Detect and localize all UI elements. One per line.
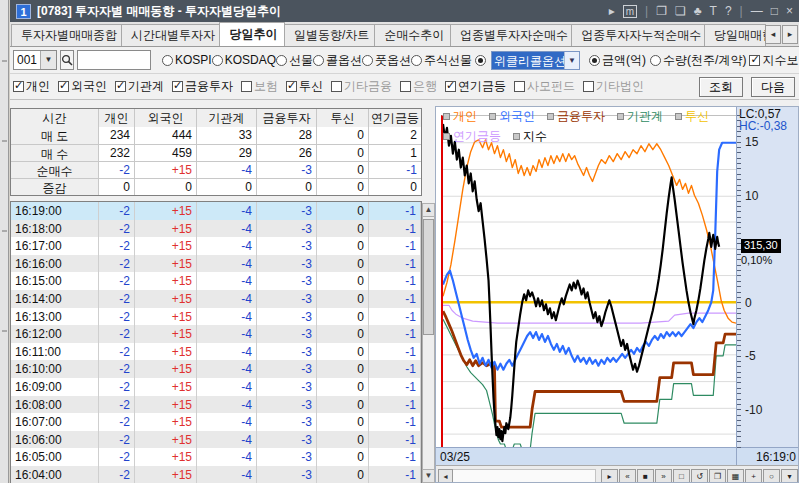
help-icon[interactable]: ? xyxy=(725,4,732,18)
legend-item-투신[interactable]: 투신 xyxy=(675,108,709,125)
tab-업종별투자자순매수[interactable]: 업종별투자자순매수 xyxy=(450,24,572,46)
unit-radio-group: 금액(억)수량(천주/계약) xyxy=(585,52,746,69)
table-row[interactable]: 16:16:00-2+15-4-30-1 xyxy=(11,255,421,273)
tab-당일매매현황[interactable]: 당일매매현황 xyxy=(704,24,766,46)
table-row[interactable]: 16:07:00-2+15-4-30-1 xyxy=(11,413,421,431)
table-row[interactable]: 16:13:00-2+15-4-30-1 xyxy=(11,308,421,326)
chart-tool-button-7[interactable]: ▦ xyxy=(727,469,744,482)
market-radio-주식선물[interactable]: 주식선물 xyxy=(411,52,472,69)
tab-scroll-left-icon[interactable]: ◂ xyxy=(765,25,781,44)
chart-tool-button-0[interactable]: ▸ xyxy=(601,469,618,482)
combo-dropdown-icon[interactable]: ▼ xyxy=(40,51,56,69)
chart-tool-button-6[interactable]: ❐ xyxy=(709,469,726,482)
table-row[interactable]: 16:04:00-2+15-4-30-1 xyxy=(11,466,421,483)
hscroll-left-icon[interactable]: ◂ xyxy=(438,469,453,482)
legend-label: 기관계 xyxy=(627,108,663,125)
value-cell: 0 xyxy=(317,413,369,431)
legend-item-개인[interactable]: 개인 xyxy=(443,108,477,125)
scroll-up-icon[interactable]: ▲ xyxy=(423,204,434,217)
value-cell: 0 xyxy=(317,360,369,378)
hscroll-track[interactable] xyxy=(453,469,596,482)
table-row[interactable]: 16:14:00-2+15-4-30-1 xyxy=(11,290,421,308)
tab-투자자별매매종합[interactable]: 투자자별매매종합 xyxy=(11,24,122,46)
investor-checkbox-기관계[interactable]: 기관계 xyxy=(115,78,164,95)
chart-tool-button-9[interactable]: ○ xyxy=(763,469,780,482)
summary-value: 0 xyxy=(257,179,317,195)
show-index-checkbox[interactable]: 지수보이기 xyxy=(749,52,799,69)
value-cell: +15 xyxy=(135,343,197,361)
table-row[interactable]: 16:09:00-2+15-4-30-1 xyxy=(11,378,421,396)
chart-tool-button-4[interactable]: □ xyxy=(673,469,690,482)
chart-tool-button-8[interactable]: + xyxy=(745,469,762,482)
table-vertical-scrollbar[interactable]: ▲ ▼ xyxy=(422,203,435,483)
market-radio-풋옵션[interactable]: 풋옵션 xyxy=(362,52,411,69)
market-radio-선물[interactable]: 선물 xyxy=(276,52,313,69)
investor-checkbox-기타금융[interactable]: 기타금융 xyxy=(331,78,392,95)
code-search-button[interactable] xyxy=(60,50,74,70)
chart-tool-button-2[interactable]: ■ xyxy=(637,469,654,482)
table-row[interactable]: 16:18:00-2+15-4-30-1 xyxy=(11,220,421,238)
investor-checkbox-은행[interactable]: 은행 xyxy=(400,78,437,95)
close-icon[interactable]: × xyxy=(786,4,793,18)
investor-checkbox-금융투자[interactable]: 금융투자 xyxy=(172,78,233,95)
unit-radio-금액(억)[interactable]: 금액(억) xyxy=(589,52,646,69)
investor-checkbox-기타법인[interactable]: 기타법인 xyxy=(583,78,644,95)
query-button[interactable]: 조회 xyxy=(699,77,743,97)
chart-tool-button-5[interactable]: ↺ xyxy=(691,469,708,482)
market-radio-KOSDAQ[interactable]: KOSDAQ xyxy=(212,53,276,67)
chart-horizontal-scrollbar[interactable]: ◂ xyxy=(438,469,596,482)
table-row[interactable]: 16:05:00-2+15-4-30-1 xyxy=(11,448,421,466)
tab-일별동향/차트[interactable]: 일별동향/차트 xyxy=(284,24,375,46)
minimize-icon[interactable]: — xyxy=(751,4,763,18)
popout-arrow-icon[interactable]: ▸ xyxy=(609,4,615,18)
duplicate-icon[interactable]: ❏ xyxy=(675,4,686,18)
next-button[interactable]: 다음 xyxy=(751,77,795,97)
table-row[interactable]: 16:12:00-2+15-4-30-1 xyxy=(11,325,421,343)
table-row[interactable]: 16:17:00-2+15-4-30-1 xyxy=(11,237,421,255)
investor-checkbox-투신[interactable]: 투신 xyxy=(286,78,323,95)
chart-tool-button-10[interactable]: ▾ xyxy=(781,469,798,482)
weekly-option-radio[interactable] xyxy=(475,55,486,66)
restore-icon[interactable]: ❐ xyxy=(656,4,667,18)
font-icon[interactable]: T xyxy=(710,4,717,18)
table-row[interactable]: 16:08:00-2+15-4-30-1 xyxy=(11,396,421,414)
tab-scroll-right-icon[interactable]: ▸ xyxy=(782,25,798,44)
scrollbar-thumb[interactable] xyxy=(423,219,434,335)
tab-시간대별투자자[interactable]: 시간대별투자자 xyxy=(121,24,221,46)
investor-checkbox-개인[interactable]: 개인 xyxy=(13,78,50,95)
tab-업종투자자누적순매수[interactable]: 업종투자자누적순매수 xyxy=(571,24,705,46)
chart-plot-area[interactable] xyxy=(441,115,736,447)
investor-checkbox-보험[interactable]: 보험 xyxy=(241,78,278,95)
table-row[interactable]: 16:06:00-2+15-4-30-1 xyxy=(11,431,421,449)
chart-tool-button-3[interactable]: » xyxy=(655,469,672,482)
code-input[interactable] xyxy=(77,50,151,70)
table-row[interactable]: 16:15:00-2+15-4-30-1 xyxy=(11,272,421,290)
legend-item-기관계[interactable]: 기관계 xyxy=(617,108,663,125)
scroll-down-icon[interactable]: ▼ xyxy=(423,469,434,482)
radio-icon xyxy=(362,55,373,66)
table-row[interactable]: 16:19:00-2+15-4-30-1 xyxy=(11,202,421,220)
legend-item-금융투자[interactable]: 금융투자 xyxy=(547,108,605,125)
option-type-dropdown[interactable]: 위클리콜옵션 ▼ xyxy=(491,51,580,70)
legend-item-지수[interactable]: 지수 xyxy=(513,128,547,145)
macro-icon[interactable]: m xyxy=(623,5,637,18)
chart-tool-button-1[interactable]: « xyxy=(619,469,636,482)
maximize-icon[interactable]: □ xyxy=(771,4,778,18)
pin-icon[interactable]: ♣ xyxy=(694,4,702,18)
legend-item-외국인[interactable]: 외국인 xyxy=(489,108,535,125)
screen-number-combo[interactable]: 001 ▼ xyxy=(13,50,57,70)
investor-checkbox-외국인[interactable]: 외국인 xyxy=(58,78,107,95)
tab-순매수추이[interactable]: 순매수추이 xyxy=(374,24,451,46)
tab-당일추이[interactable]: 당일추이 xyxy=(219,22,284,46)
investor-checkbox-사모펀드[interactable]: 사모펀드 xyxy=(514,78,575,95)
investor-checkbox-연기금등[interactable]: 연기금등 xyxy=(445,78,506,95)
unit-radio-수량(천주/계약)[interactable]: 수량(천주/계약) xyxy=(650,52,746,69)
market-radio-콜옵션[interactable]: 콜옵션 xyxy=(313,52,362,69)
x-axis-time-label: 16:19:0 xyxy=(736,448,798,465)
dropdown-arrow-icon[interactable]: ▼ xyxy=(564,52,579,69)
table-row[interactable]: 16:10:00-2+15-4-30-1 xyxy=(11,360,421,378)
app-window: 1 [0783] 투자자별 매매동향 - 투자자별당일추이 ▸m|❐❏♣T?|—… xyxy=(10,0,799,483)
market-radio-KOSPI[interactable]: KOSPI xyxy=(162,53,212,67)
legend-item-연기금등[interactable]: 연기금등 xyxy=(443,128,501,145)
table-row[interactable]: 16:11:00-2+15-4-30-1 xyxy=(11,343,421,361)
